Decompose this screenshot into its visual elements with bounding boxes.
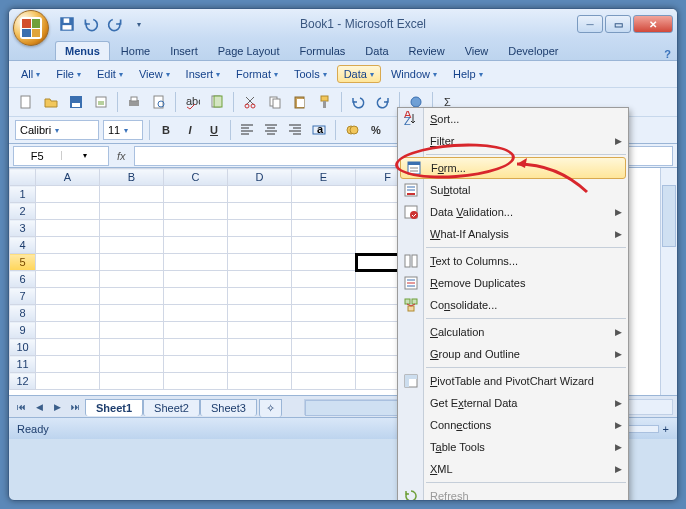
menu-item-subtotal[interactable]: Subtotal <box>398 179 628 201</box>
italic-button[interactable]: I <box>180 120 200 140</box>
cell-A7[interactable] <box>36 288 100 305</box>
row-header-6[interactable]: 6 <box>10 271 36 288</box>
cell-E11[interactable] <box>292 356 356 373</box>
col-header-C[interactable]: C <box>164 169 228 186</box>
menu-item-sort[interactable]: AZSort... <box>398 108 628 130</box>
cell-A5[interactable] <box>36 254 100 271</box>
cell-B9[interactable] <box>100 322 164 339</box>
cell-D5[interactable] <box>228 254 292 271</box>
cell-A6[interactable] <box>36 271 100 288</box>
cell-D4[interactable] <box>228 237 292 254</box>
menu-item-pivottable-and-pivotchart-wizard[interactable]: PivotTable and PivotChart Wizard <box>398 370 628 392</box>
currency-icon[interactable] <box>342 120 362 140</box>
col-header-B[interactable]: B <box>100 169 164 186</box>
copy-icon[interactable] <box>264 91 286 113</box>
row-header-12[interactable]: 12 <box>10 373 36 390</box>
vertical-scrollbar[interactable] <box>660 168 677 395</box>
paste-icon[interactable] <box>289 91 311 113</box>
fx-icon[interactable]: fx <box>117 150 126 162</box>
cell-D9[interactable] <box>228 322 292 339</box>
ribbon-tab-insert[interactable]: Insert <box>161 42 207 60</box>
merge-center-icon[interactable]: a <box>309 120 329 140</box>
row-header-8[interactable]: 8 <box>10 305 36 322</box>
cell-C10[interactable] <box>164 339 228 356</box>
align-left-icon[interactable] <box>237 120 257 140</box>
tab-nav-next-icon[interactable]: ▶ <box>49 399 65 415</box>
menu-item-consolidate[interactable]: Consolidate... <box>398 294 628 316</box>
cell-C4[interactable] <box>164 237 228 254</box>
cell-D3[interactable] <box>228 220 292 237</box>
cell-E4[interactable] <box>292 237 356 254</box>
cell-A9[interactable] <box>36 322 100 339</box>
menu-item-remove-duplicates[interactable]: Remove Duplicates <box>398 272 628 294</box>
cell-B3[interactable] <box>100 220 164 237</box>
menu-all[interactable]: All▾ <box>15 65 46 83</box>
menu-window[interactable]: Window▾ <box>385 65 443 83</box>
col-header-A[interactable]: A <box>36 169 100 186</box>
cell-B12[interactable] <box>100 373 164 390</box>
cell-D8[interactable] <box>228 305 292 322</box>
align-right-icon[interactable] <box>285 120 305 140</box>
cell-C2[interactable] <box>164 203 228 220</box>
cell-C12[interactable] <box>164 373 228 390</box>
tab-nav-first-icon[interactable]: ⏮ <box>13 399 29 415</box>
new-icon[interactable] <box>15 91 37 113</box>
cell-D11[interactable] <box>228 356 292 373</box>
cell-E12[interactable] <box>292 373 356 390</box>
cell-A1[interactable] <box>36 186 100 203</box>
cell-B1[interactable] <box>100 186 164 203</box>
menu-item-get-external-data[interactable]: Get External Data▶ <box>398 392 628 414</box>
menu-item-xml[interactable]: XML▶ <box>398 458 628 480</box>
ribbon-tab-formulas[interactable]: Formulas <box>290 42 354 60</box>
cell-E3[interactable] <box>292 220 356 237</box>
col-header-D[interactable]: D <box>228 169 292 186</box>
row-header-4[interactable]: 4 <box>10 237 36 254</box>
cell-B6[interactable] <box>100 271 164 288</box>
office-button[interactable] <box>13 10 49 46</box>
spelling-icon[interactable]: abc <box>181 91 203 113</box>
print-icon[interactable] <box>123 91 145 113</box>
redo-icon[interactable] <box>372 91 394 113</box>
save-icon[interactable] <box>65 91 87 113</box>
cell-B2[interactable] <box>100 203 164 220</box>
ribbon-tab-data[interactable]: Data <box>356 42 397 60</box>
cell-E7[interactable] <box>292 288 356 305</box>
help-icon[interactable]: ? <box>664 48 677 60</box>
cell-A8[interactable] <box>36 305 100 322</box>
open-icon[interactable] <box>40 91 62 113</box>
undo-icon[interactable] <box>347 91 369 113</box>
cell-C11[interactable] <box>164 356 228 373</box>
cell-C1[interactable] <box>164 186 228 203</box>
ribbon-tab-home[interactable]: Home <box>112 42 159 60</box>
undo-icon[interactable] <box>81 14 101 34</box>
minimize-button[interactable]: ─ <box>577 15 603 33</box>
zoom-in-button[interactable]: + <box>663 423 669 435</box>
menu-item-filter[interactable]: Filter▶ <box>398 130 628 152</box>
row-header-7[interactable]: 7 <box>10 288 36 305</box>
cell-E9[interactable] <box>292 322 356 339</box>
cell-A10[interactable] <box>36 339 100 356</box>
ribbon-tab-review[interactable]: Review <box>400 42 454 60</box>
sheet-tab-sheet2[interactable]: Sheet2 <box>143 399 200 416</box>
ribbon-tab-view[interactable]: View <box>456 42 498 60</box>
cell-E6[interactable] <box>292 271 356 288</box>
cell-D6[interactable] <box>228 271 292 288</box>
ribbon-tab-developer[interactable]: Developer <box>499 42 567 60</box>
align-center-icon[interactable] <box>261 120 281 140</box>
underline-button[interactable]: U <box>204 120 224 140</box>
font-size-combo[interactable]: 11▾ <box>103 120 143 140</box>
sheet-tab-sheet1[interactable]: Sheet1 <box>85 399 143 416</box>
cell-E8[interactable] <box>292 305 356 322</box>
qat-customize-icon[interactable]: ▾ <box>129 14 149 34</box>
font-combo[interactable]: Calibri▾ <box>15 120 99 140</box>
cell-A2[interactable] <box>36 203 100 220</box>
menu-item-group-and-outline[interactable]: Group and Outline▶ <box>398 343 628 365</box>
menu-view[interactable]: View▾ <box>133 65 176 83</box>
ribbon-tab-menus[interactable]: Menus <box>55 41 110 60</box>
cut-icon[interactable] <box>239 91 261 113</box>
menu-item-connections[interactable]: Connections▶ <box>398 414 628 436</box>
col-header-E[interactable]: E <box>292 169 356 186</box>
redo-icon[interactable] <box>105 14 125 34</box>
cell-A4[interactable] <box>36 237 100 254</box>
cell-E2[interactable] <box>292 203 356 220</box>
